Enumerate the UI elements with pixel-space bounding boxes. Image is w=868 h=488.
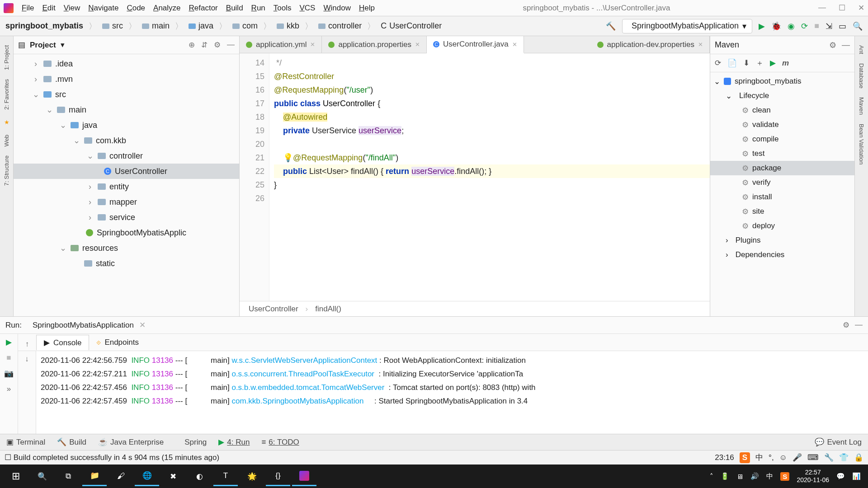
tool-maven[interactable]: Maven <box>858 97 865 115</box>
status-icon[interactable]: ☐ <box>5 453 11 462</box>
tool-database[interactable]: Database <box>858 63 865 89</box>
maven-goal-verify[interactable]: ⚙verify <box>710 175 854 190</box>
tab-build[interactable]: 🔨Build <box>57 437 86 447</box>
maven-goal-install[interactable]: ⚙install <box>710 190 854 204</box>
stop-icon[interactable]: ■ <box>814 21 819 31</box>
minimize-panel-icon[interactable]: — <box>842 40 850 50</box>
chevron-down-icon[interactable]: ▾ <box>61 40 65 50</box>
tree-node-mvn[interactable]: ›.mvn <box>14 71 239 87</box>
tray-battery-icon[interactable]: 🔋 <box>721 472 729 480</box>
bc-main[interactable]: main <box>138 19 173 33</box>
tree-node-app[interactable]: SpringbootMybatisApplic <box>14 225 239 240</box>
close-icon[interactable]: ✕ <box>415 41 420 48</box>
chrome-taskbar-icon[interactable]: 🌐 <box>135 466 159 486</box>
gear-icon[interactable]: ⚙ <box>214 40 221 50</box>
gear-icon[interactable]: ⚙ <box>843 320 849 330</box>
menu-analyze[interactable]: Analyze <box>153 4 180 13</box>
lock-icon[interactable]: 🔒 <box>854 453 863 462</box>
bc-class[interactable]: CUserController <box>377 19 445 33</box>
tab-application-dev[interactable]: application-dev.properties✕ <box>591 36 710 53</box>
debug-button-icon[interactable]: 🐞 <box>771 21 781 31</box>
download-icon[interactable]: ⬇ <box>743 58 750 68</box>
run-icon[interactable]: ▶ <box>770 58 776 68</box>
maven-root[interactable]: ⌄springboot_mybatis <box>710 74 854 89</box>
tray-ime-icon[interactable]: 中 <box>766 472 773 481</box>
intellij-taskbar-icon[interactable] <box>292 466 316 486</box>
maven-goal-site[interactable]: ⚙site <box>710 204 854 219</box>
close-icon[interactable]: ✕ <box>858 3 864 13</box>
search-everywhere-icon[interactable]: 🔍 <box>853 21 863 31</box>
tree-node-entity[interactable]: ›entity <box>14 179 239 194</box>
bc-java[interactable]: java <box>185 19 217 33</box>
maven-deps[interactable]: ›Dependencies <box>710 248 854 262</box>
tray-app-icon[interactable]: 📊 <box>852 472 861 480</box>
menu-vcs[interactable]: VCS <box>300 4 316 13</box>
ime-icon[interactable]: 中 <box>755 452 763 463</box>
keyboard-icon[interactable]: ⌨ <box>807 453 819 462</box>
app4-taskbar-icon[interactable]: 🌟 <box>240 466 264 486</box>
sogou-icon[interactable]: S <box>740 452 750 463</box>
tree-node-main[interactable]: ⌄main <box>14 102 239 117</box>
bc-src[interactable]: src <box>99 19 127 33</box>
down-icon[interactable]: ↓ <box>25 355 29 364</box>
text-taskbar-icon[interactable]: T <box>213 466 238 486</box>
camera-icon[interactable]: 📷 <box>4 369 14 378</box>
stop-icon[interactable]: ■ <box>6 353 11 362</box>
tab-usercontroller[interactable]: CUserController.java✕ <box>427 36 524 53</box>
console-output[interactable]: 2020-11-06 22:42:56.759 INFO 13136 --- [… <box>36 351 868 434</box>
menu-edit[interactable]: Edit <box>42 4 55 13</box>
gear-icon[interactable]: ⚙ <box>829 40 836 50</box>
minimize-panel-icon[interactable]: — <box>227 40 235 50</box>
attach-icon[interactable]: ▭ <box>839 21 846 31</box>
maven-plugins[interactable]: ›Plugins <box>710 233 854 248</box>
mic-icon[interactable]: 🎤 <box>793 453 802 462</box>
explorer-taskbar-icon[interactable]: 📁 <box>82 466 107 486</box>
bc-kkb[interactable]: kkb <box>273 19 303 33</box>
tab-java-enterprise[interactable]: ☕Java Enterprise <box>98 437 164 447</box>
tree-node-static[interactable]: static <box>14 256 239 271</box>
coverage-icon[interactable]: ◉ <box>788 21 795 31</box>
refresh-icon[interactable]: ⟳ <box>715 58 721 68</box>
bc-com[interactable]: com <box>229 19 261 33</box>
tree-node-service[interactable]: ›service <box>14 210 239 225</box>
close-icon[interactable]: ✕ <box>512 41 517 48</box>
tree-node-pkg[interactable]: ⌄com.kkb <box>14 133 239 148</box>
tab-event-log[interactable]: 💬Event Log <box>815 437 862 447</box>
emoji-icon[interactable]: ☺ <box>779 453 787 462</box>
bc-root[interactable]: springboot_mybatis <box>2 19 87 33</box>
minimize-icon[interactable]: — <box>818 3 826 13</box>
more-icon[interactable]: » <box>7 385 11 394</box>
tray-notif-icon[interactable]: 💬 <box>836 472 845 480</box>
run-config-selector[interactable]: SpringbootMybatisApplication ▾ <box>622 19 752 33</box>
start-button[interactable]: ⊞ <box>4 466 28 486</box>
menu-refactor[interactable]: Refactor <box>189 4 218 13</box>
tree-node-resources[interactable]: ⌄resources <box>14 240 239 256</box>
maven-goal-deploy[interactable]: ⚙deploy <box>710 219 854 233</box>
locate-icon[interactable]: ⊕ <box>189 40 195 50</box>
tool-favorites[interactable]: 2: Favorites <box>3 79 10 110</box>
close-tab-icon[interactable]: ✕ <box>139 320 146 330</box>
menu-navigate[interactable]: Navigate <box>88 4 118 13</box>
task-view-button[interactable]: ⧉ <box>56 466 80 486</box>
maven-goal-clean[interactable]: ⚙clean <box>710 103 854 117</box>
generate-sources-icon[interactable]: 📄 <box>727 58 737 68</box>
tool-icon[interactable]: 🔧 <box>824 453 834 462</box>
menu-view[interactable]: View <box>64 4 80 13</box>
tray-clock[interactable]: 22:57 2020-11-06 <box>797 469 829 484</box>
run-button-icon[interactable]: ▶ <box>759 21 765 31</box>
tree-node-src[interactable]: ⌄src <box>14 87 239 102</box>
tool-project[interactable]: 1: Project <box>3 45 10 70</box>
hammer-build-icon[interactable]: 🔨 <box>606 21 616 31</box>
tab-todo[interactable]: ≡6: TODO <box>261 438 299 447</box>
menu-build[interactable]: Build <box>226 4 243 13</box>
punct-icon[interactable]: °, <box>769 453 774 462</box>
shirt-icon[interactable]: 👕 <box>839 453 849 462</box>
tree-node-usercontroller[interactable]: CUserController <box>14 164 239 179</box>
tool-ant[interactable]: Ant <box>858 45 865 54</box>
bc-method[interactable]: findAll() <box>315 305 341 314</box>
menu-window[interactable]: Window <box>323 4 350 13</box>
expand-icon[interactable]: ⇵ <box>201 40 208 50</box>
menu-file[interactable]: File <box>22 4 34 13</box>
bc-class[interactable]: UserController <box>249 305 298 314</box>
update-app-icon[interactable]: ⇲ <box>826 21 832 31</box>
